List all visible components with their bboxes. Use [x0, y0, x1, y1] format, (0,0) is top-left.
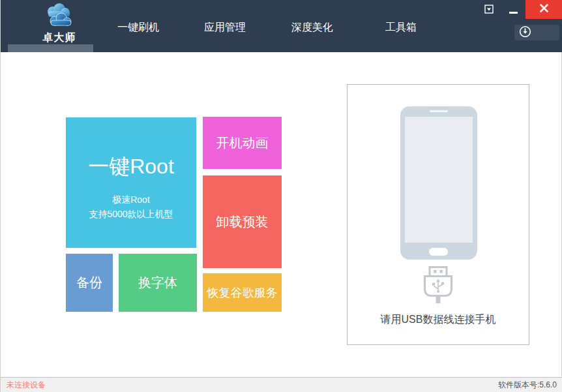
app-logo-text: 卓大师: [37, 31, 82, 45]
device-connection-panel: 请用USB数据线连接手机: [347, 84, 529, 345]
tile-one-key-root-subtitle: 极速Root 支持5000款以上机型: [89, 192, 173, 221]
tile-one-key-root[interactable]: 一键Root 极速Root 支持5000款以上机型: [66, 117, 196, 248]
download-button[interactable]: [514, 25, 559, 40]
tile-restore-google-services[interactable]: 恢复谷歌服务: [203, 273, 282, 312]
nav-item-app-manage[interactable]: 应用管理: [196, 21, 254, 35]
status-bar: 未连接设备 软件版本号:5.6.0: [1, 377, 562, 392]
close-icon: [539, 3, 549, 16]
app-window: 卓大师 一键刷机 应用管理 深度美化 工具箱: [0, 0, 562, 392]
version-text: 软件版本号:5.6.0: [498, 380, 557, 391]
usb-plug-icon: [424, 266, 452, 304]
minimize-bar: [509, 12, 518, 14]
phone-screen: [405, 117, 473, 243]
usb-connect-prompt: 请用USB数据线连接手机: [348, 313, 529, 327]
nav-item-flash[interactable]: 一键刷机: [109, 21, 168, 35]
cloud-logo-icon: [42, 21, 77, 32]
tile-uninstall-preinstalled[interactable]: 卸载预装: [203, 175, 282, 268]
minimize-icon[interactable]: [508, 7, 520, 16]
tile-boot-animation[interactable]: 开机动画: [203, 117, 282, 169]
phone-home-button: [429, 248, 448, 256]
header-bar: 卓大师 一键刷机 应用管理 深度美化 工具箱: [1, 0, 562, 52]
download-icon: [519, 25, 531, 40]
nav-item-beautify[interactable]: 深度美化: [283, 21, 342, 35]
menu-dropdown-icon[interactable]: [484, 5, 494, 14]
tile-backup[interactable]: 备份: [66, 254, 113, 312]
app-logo[interactable]: 卓大师: [37, 3, 82, 45]
tile-change-font[interactable]: 换字体: [119, 254, 197, 312]
phone-speaker: [430, 110, 448, 112]
smartphone-icon: [400, 106, 477, 260]
active-tab-indicator: [8, 44, 93, 52]
close-button[interactable]: [525, 0, 562, 19]
nav-item-toolbox[interactable]: 工具箱: [372, 21, 430, 35]
tile-one-key-root-title: 一键Root: [88, 155, 174, 178]
device-status-text: 未连接设备: [7, 380, 46, 391]
